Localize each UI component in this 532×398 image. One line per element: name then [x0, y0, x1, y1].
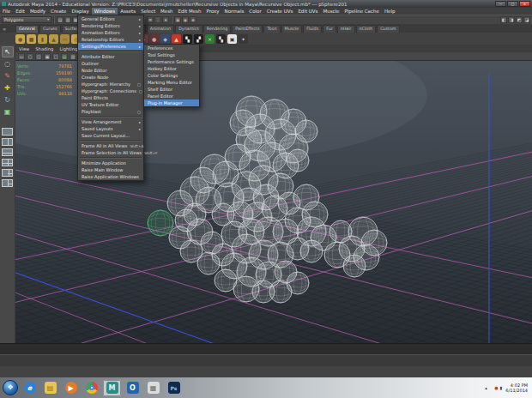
lock-camera-icon[interactable]: ▢ [27, 53, 33, 60]
panel-menu-shading[interactable]: Shading [35, 46, 53, 51]
quick-layout-button-1[interactable] [2, 128, 13, 136]
input-connections-icon[interactable]: ≡ [147, 16, 154, 23]
paint-select-tool[interactable]: ✎ [2, 70, 14, 81]
shelf-toon-checker-icon[interactable]: ▚ [183, 34, 192, 44]
option-box-icon[interactable]: ▢ [135, 82, 141, 87]
shelf-tab-muscle[interactable]: Muscle [281, 25, 303, 33]
shelf-tab-fur[interactable]: Fur [323, 25, 336, 33]
rotate-tool[interactable]: ↻ [2, 94, 14, 106]
output-connections-icon[interactable]: ⋮ [154, 16, 161, 23]
menu-item-paint-effects[interactable]: Paint Effects [78, 94, 143, 101]
shelf-poly-cone-icon[interactable]: ▲ [49, 34, 58, 44]
option-box-icon[interactable]: ▢ [136, 89, 142, 93]
menu-item-frame-all-in-all-views[interactable]: Frame All in All ViewsShift+A [78, 142, 143, 149]
shelf-tab-painteffects[interactable]: PaintEffects [232, 25, 263, 33]
render-current-frame-icon[interactable]: ▣ [174, 16, 181, 23]
shelf-tab-ncloth[interactable]: nCloth [356, 25, 377, 33]
menu-display[interactable]: Display [69, 8, 91, 15]
tray-alert-icon[interactable]: ● [494, 385, 498, 391]
menu-item-saved-layouts[interactable]: Saved Layouts▸ [78, 125, 143, 132]
menu-item-node-editor[interactable]: Node Editor [78, 67, 143, 74]
shelf-frame-icon[interactable]: ▣ [227, 34, 237, 44]
attribute-editor-toggle-icon[interactable]: ◧ [500, 16, 507, 23]
shelf-tab-nhair[interactable]: nHair [337, 25, 355, 33]
submenu-item-marking-menu-editor[interactable]: Marking Menu Editor [144, 79, 199, 86]
menu-color[interactable]: Color [246, 8, 263, 15]
lasso-tool[interactable]: ◌ [2, 58, 14, 69]
menu-item-playblast[interactable]: Playblast▢ [78, 108, 143, 115]
taskbar-generic-app-icon[interactable]: ▦ [144, 380, 162, 396]
film-gate-icon[interactable]: ▥ [70, 53, 76, 60]
menu-modify[interactable]: Modify [27, 8, 48, 15]
modeling-toolkit-toggle-icon[interactable]: ◪ [523, 16, 530, 23]
menu-muscle[interactable]: Muscle [320, 8, 342, 15]
menu-item-relationship-editors[interactable]: Relationship Editors▸ [78, 36, 143, 43]
quick-layout-button-2[interactable] [2, 138, 13, 146]
shelf-tab-rendering[interactable]: Rendering [203, 25, 232, 33]
shelf-tab-general[interactable]: General [15, 25, 39, 33]
select-camera-icon[interactable]: ▭ [18, 53, 25, 60]
menu-normals[interactable]: Normals [222, 8, 247, 15]
panel-menu-lighting[interactable]: Lighting [59, 46, 77, 51]
taskbar-media-player-icon[interactable]: ▶ [62, 380, 80, 396]
taskbar-chrome-icon[interactable] [82, 380, 100, 396]
close-button[interactable]: × [519, 1, 530, 7]
shelf-poly-sphere-icon[interactable]: ● [15, 34, 25, 44]
shelf-misc-icon[interactable]: ✦ [239, 34, 248, 44]
menu-item-outliner[interactable]: Outliner [78, 60, 143, 67]
menu-file[interactable]: File [0, 8, 13, 15]
menu-assets[interactable]: Assets [118, 8, 138, 15]
start-button[interactable]: ❖ [3, 380, 18, 395]
menu-edit[interactable]: Edit [13, 8, 27, 15]
submenu-item-shelf-editor[interactable]: Shelf Editor [144, 86, 199, 93]
shelf-poly-cylinder-icon[interactable]: ▮ [38, 34, 47, 44]
submenu-item-color-settings[interactable]: Color Settings [144, 72, 199, 79]
menu-windows[interactable]: Windows [92, 8, 118, 15]
taskbar-clock[interactable]: 4:02 PM 6/11/2014 [505, 383, 528, 393]
menu-create-uvs[interactable]: Create UVs [264, 8, 296, 15]
quick-layout-button-5[interactable] [2, 169, 13, 177]
render-settings-icon[interactable]: ◈ [190, 16, 196, 23]
shelf-poly-plane-icon[interactable]: ▭ [60, 34, 70, 44]
move-tool[interactable]: ✚ [2, 82, 14, 93]
shelf-poly-cube-icon[interactable]: ■ [27, 34, 36, 44]
menu-pipeline-cache[interactable]: Pipeline Cache [342, 8, 382, 15]
submenu-item-tool-settings[interactable]: Tool Settings [144, 51, 199, 58]
menu-item-raise-application-windows[interactable]: Raise Application Windows [78, 173, 143, 180]
menu-item-rendering-editors[interactable]: Rendering Editors▸ [78, 22, 143, 29]
tray-network-icon[interactable]: ▮ [500, 385, 503, 391]
menu-edit-mesh[interactable]: Edit Mesh [176, 8, 204, 15]
taskbar-maya-icon[interactable]: M [103, 380, 121, 396]
menu-item-raise-main-window[interactable]: Raise Main Window [78, 166, 143, 173]
shelf-tab-curves[interactable]: Curves [39, 25, 61, 33]
panel-menu-view[interactable]: View [19, 46, 29, 51]
scale-tool[interactable]: ▣ [2, 106, 14, 118]
shelf-tab-custom[interactable]: Custom [377, 25, 399, 33]
shelf-blue-node-icon[interactable]: ◆ [160, 34, 170, 44]
submenu-item-preferences[interactable]: Preferences [144, 45, 199, 51]
channel-box-toggle-icon[interactable]: ◩ [516, 16, 523, 23]
shelf-fire-icon[interactable]: ▲ [172, 34, 181, 44]
tray-show-hidden-icon[interactable]: ▴ [485, 385, 487, 391]
menu-mesh[interactable]: Mesh [158, 8, 175, 15]
tool-settings-toggle-icon[interactable]: ◨ [508, 16, 515, 23]
tray-flag-icon[interactable]: ⚑ [489, 385, 493, 391]
menu-item-save-current-layout-[interactable]: Save Current Layout... [78, 132, 143, 139]
shelf-dark-checker-icon[interactable]: ▚ [216, 34, 226, 44]
select-tool[interactable]: ↖ [2, 46, 14, 57]
ipr-render-icon[interactable]: ◉ [182, 16, 189, 23]
menu-item-settings-preferences[interactable]: Settings/Preferences▸ [78, 43, 143, 50]
menu-item-hypergraph-hierarchy[interactable]: Hypergraph: Hierarchy▢ [78, 81, 143, 87]
menu-select[interactable]: Select [138, 8, 158, 15]
construction-history-icon[interactable]: ∗ [162, 16, 169, 23]
submenu-item-plug-in-manager[interactable]: Plug-in Manager [144, 100, 199, 106]
menu-item-uv-texture-editor[interactable]: UV Texture Editor [78, 101, 143, 108]
quick-layout-button-3[interactable] [2, 148, 13, 156]
menu-edit-uvs[interactable]: Edit UVs [295, 8, 320, 15]
submenu-item-panel-editor[interactable]: Panel Editor [144, 93, 199, 100]
shelf-menu-icon[interactable]: ≡ [3, 27, 6, 32]
menu-help[interactable]: Help [382, 8, 398, 15]
taskbar-outlook-icon[interactable]: O [124, 380, 142, 396]
menu-item-view-arrangement[interactable]: View Arrangement▸ [78, 118, 143, 125]
grid-toggle-icon[interactable]: ▤ [61, 53, 68, 60]
